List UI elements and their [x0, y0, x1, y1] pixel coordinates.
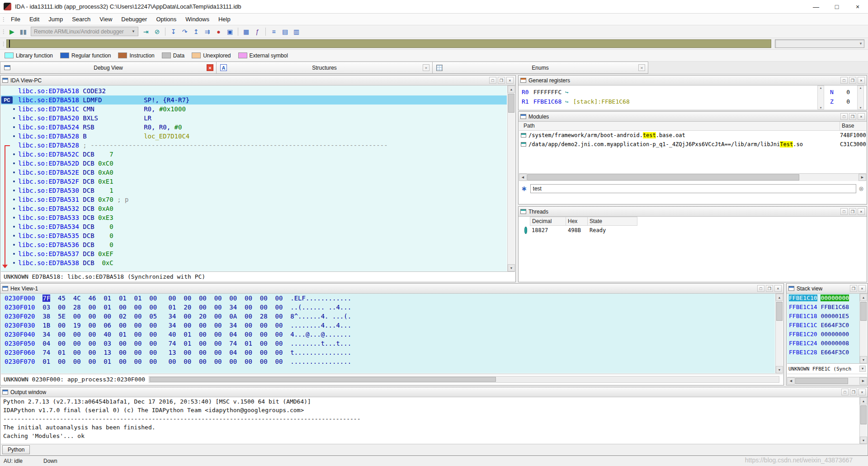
disasm-line[interactable]: libc.so:ED7BA536 DCB 0	[1, 240, 507, 249]
stack-view-titlebar[interactable]: Stack view ❐ ×	[787, 284, 868, 294]
disasm-line[interactable]: libc.so:ED7BA531 DCB 0x70 ; p	[1, 195, 507, 204]
output-content[interactable]: Python 2.7.13 (v2.7.13:a06454b1afa1, Dec…	[1, 397, 859, 444]
chevron-down-icon[interactable]: ▼	[859, 366, 866, 372]
open-subviews-icon[interactable]: ▦	[241, 27, 251, 37]
hex-scrollbar[interactable]: ▲ ▼	[775, 294, 783, 373]
clear-filter-icon[interactable]: ⊗	[859, 185, 864, 192]
panel-float-icon[interactable]: ❐	[766, 285, 773, 292]
panel-close-icon[interactable]: ×	[859, 389, 866, 395]
scrollbar-thumb[interactable]	[508, 94, 514, 113]
modules-hscrollbar[interactable]: ◀ ▶	[519, 173, 866, 181]
toolbar-drag-handle[interactable]: ⋮	[1, 29, 5, 35]
hex-row[interactable]: 0230F070 01 00 00 00 01 00 00 00 00 00 0…	[1, 357, 775, 366]
enums-toolbar-icon[interactable]: ▤	[280, 27, 290, 37]
output-titlebar[interactable]: Output window □ ❐ ×	[0, 387, 868, 397]
registers-titlebar[interactable]: General registers □ ❐ ×	[519, 76, 867, 86]
navband-drag-handle[interactable]: ⋮	[1, 41, 5, 47]
panel-float-icon[interactable]: ❐	[849, 77, 856, 84]
disasm-line[interactable]: libc.so:ED7BA538 DCB 0xC	[1, 258, 507, 267]
menu-edit[interactable]: Edit	[25, 14, 44, 25]
scripts-icon[interactable]: ƒ	[252, 27, 263, 37]
tab-enums[interactable]: Enums×	[432, 62, 648, 74]
tab-structures[interactable]: AStructures×	[216, 62, 432, 74]
scroll-down-icon[interactable]: ▼	[776, 366, 783, 373]
disasm-line[interactable]: libc.so:ED7BA528 B loc_ED7D10C4	[1, 132, 507, 141]
menu-debugger[interactable]: Debugger	[117, 14, 151, 25]
scroll-right-icon[interactable]: ▶	[859, 377, 867, 385]
scroll-left-icon[interactable]: ◀	[519, 174, 527, 181]
hex-row[interactable]: 0230F010 03 00 28 00 01 00 00 00 01 20 0…	[1, 303, 775, 312]
breakpoint-list-icon[interactable]: ●	[213, 27, 224, 37]
hex-content[interactable]: 0230F000 7F 45 4C 46 01 01 01 00 00 00 0…	[1, 294, 775, 373]
navigation-band[interactable]	[6, 39, 771, 48]
disasm-line[interactable]: libc.so:ED7BA52F DCB 0xE1	[1, 177, 507, 186]
menu-search[interactable]: Search	[67, 14, 95, 25]
stack-row[interactable]: FFBE1C1C E664F3C0	[787, 321, 867, 330]
panel-float-icon[interactable]: ❐	[849, 113, 856, 120]
scroll-up-icon[interactable]: ▲	[860, 294, 867, 301]
scroll-down-icon[interactable]: ▼	[860, 437, 867, 444]
disasm-line[interactable]: libc.so:ED7BA537 DCB 0xEF	[1, 249, 507, 258]
window-titlebar[interactable]: IDA - ida13111.idb (app_process32) C:\Us…	[0, 0, 868, 14]
stack-scrollbar[interactable]: ▲ ▼	[859, 294, 867, 363]
tab-close-icon[interactable]: ×	[207, 64, 213, 71]
scrollbar-thumb[interactable]	[860, 405, 867, 424]
panel-restore-icon[interactable]: □	[840, 77, 848, 84]
flags-scrollbar[interactable]: ▲ ▼	[857, 86, 864, 109]
tab-debug-view[interactable]: Debug View×	[0, 62, 216, 74]
menu-view[interactable]: View	[95, 14, 117, 25]
segments-toolbar-icon[interactable]: ▥	[291, 27, 302, 37]
menu-windows[interactable]: Windows	[181, 14, 214, 25]
structures-toolbar-icon[interactable]: ≡	[269, 27, 279, 37]
stack-row[interactable]: FFBE1C20 00000000	[787, 330, 867, 339]
disasm-line[interactable]: libc.so:ED7BA518 CODE32	[1, 86, 507, 95]
start-process-icon[interactable]: ▶	[7, 27, 17, 37]
module-row[interactable]: /data/app/demo2.jni.com.myapplication-p_…	[519, 140, 866, 149]
disasm-line[interactable]: libc.so:ED7BA534 DCB 0	[1, 222, 507, 231]
debugger-selector[interactable]: Remote ARMLinux/Android debugger▼	[31, 27, 138, 36]
detach-debugger-icon[interactable]: ⇥	[141, 27, 151, 37]
disasm-line[interactable]: libc.so:ED7BA524 RSB R0, R0, #0	[1, 123, 507, 132]
flag-row[interactable]: N0	[828, 87, 854, 97]
panel-close-icon[interactable]: ×	[774, 285, 782, 292]
hex-view-titlebar[interactable]: Hex View-1 □ ❐ ×	[0, 284, 783, 294]
threads-column-decimal[interactable]: Decimal	[530, 217, 566, 226]
scrollbar-thumb[interactable]	[860, 302, 867, 321]
maximize-button[interactable]: □	[826, 0, 847, 13]
scroll-down-icon[interactable]: ▼	[858, 106, 863, 109]
disassembly-scrollbar[interactable]: ▲ ▼	[507, 86, 515, 271]
panel-close-icon[interactable]: ×	[858, 77, 865, 84]
follow-arrow-icon[interactable]: ↪	[565, 99, 568, 105]
step-over-icon[interactable]: ↷	[179, 27, 190, 37]
scroll-up-icon[interactable]: ▲	[858, 86, 863, 89]
disasm-line[interactable]: PClibc.so:ED7BA518 LDMFD SP!, {R4-R7}	[1, 95, 507, 105]
scroll-up-icon[interactable]: ▲	[860, 397, 867, 404]
run-to-cursor-icon[interactable]: ⇉	[202, 27, 212, 37]
tab-close-icon[interactable]: ×	[638, 64, 645, 71]
panel-restore-icon[interactable]: □	[489, 77, 496, 84]
disasm-line[interactable]: libc.so:ED7BA532 DCB 0xA0	[1, 204, 507, 213]
disasm-line[interactable]: libc.so:ED7BA52D DCB 0xC0	[1, 159, 507, 168]
scrollbar-thumb[interactable]	[776, 302, 783, 321]
menu-jump[interactable]: Jump	[44, 14, 67, 25]
scrollbar-track[interactable]	[795, 377, 859, 385]
pause-process-icon[interactable]: ▮▮	[18, 27, 28, 37]
tab-close-icon[interactable]: ×	[423, 64, 429, 71]
scrollbar-track[interactable]	[527, 174, 859, 181]
flag-row[interactable]: Z0	[828, 97, 854, 106]
panel-close-icon[interactable]: ×	[506, 77, 514, 84]
panel-close-icon[interactable]: ×	[858, 208, 865, 215]
hex-hscrollbar[interactable]	[149, 376, 779, 383]
disasm-line[interactable]: libc.so:ED7BA52E DCB 0xA0	[1, 168, 507, 177]
output-scrollbar[interactable]: ▲ ▼	[859, 397, 867, 444]
panel-restore-icon[interactable]: □	[840, 113, 848, 120]
hex-row[interactable]: 0230F060 74 01 00 00 13 00 00 00 13 00 0…	[1, 348, 775, 357]
debugger-options-icon[interactable]: ▣	[225, 27, 235, 37]
step-into-icon[interactable]: ↧	[168, 27, 179, 37]
stack-row[interactable]: FFBE1C28 E664F3C0	[787, 348, 867, 357]
ida-view-titlebar[interactable]: IDA View-PC □ ❐ ×	[0, 76, 515, 86]
panel-restore-icon[interactable]: □	[841, 389, 849, 395]
disasm-line[interactable]: libc.so:ED7BA520 BXLS LR	[1, 114, 507, 123]
scroll-down-icon[interactable]: ▼	[508, 264, 515, 271]
stop-process-icon[interactable]: ⊘	[152, 27, 162, 37]
